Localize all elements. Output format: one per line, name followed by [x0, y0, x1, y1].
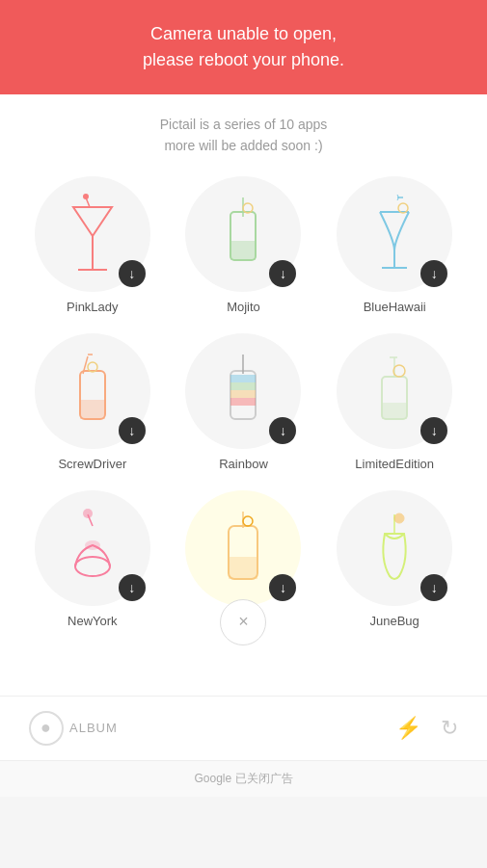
- flash-icon[interactable]: ⚡: [395, 716, 421, 741]
- right-icons: ⚡ ↻: [395, 716, 458, 741]
- download-limitededition[interactable]: ↓: [420, 417, 447, 444]
- app-icon-mojito[interactable]: ↓: [185, 176, 301, 292]
- app-label-screwdriver: ScrewDriver: [58, 457, 126, 471]
- bottom-bar: ● ALBUM ⚡ ↻: [0, 696, 487, 760]
- download-pinklady[interactable]: ↓: [119, 260, 146, 287]
- album-icon: ●: [29, 711, 64, 746]
- app-icon-limitededition[interactable]: ↓: [337, 333, 452, 449]
- svg-rect-20: [230, 398, 256, 406]
- subtitle-line1: Pictail is a series of 10 apps: [10, 114, 477, 135]
- svg-point-28: [393, 365, 405, 377]
- album-label[interactable]: ALBUM: [69, 721, 118, 735]
- list-item: ↓ Rainbow: [171, 333, 317, 471]
- svg-point-31: [85, 540, 100, 550]
- download-bluehawaii[interactable]: ↓: [420, 260, 447, 287]
- app-label-rainbow: Rainbow: [219, 457, 268, 471]
- app-label-bluehawaii: BlueHawaii: [364, 300, 426, 314]
- svg-rect-26: [382, 403, 407, 419]
- error-banner: Camera unable to open, please reboot you…: [0, 0, 487, 94]
- app-icon-screwdriver[interactable]: ↓: [35, 333, 150, 449]
- app-icon-newyork[interactable]: ↓: [35, 490, 150, 606]
- svg-point-37: [243, 516, 253, 526]
- list-item: ↓ BlueHawaii: [321, 176, 468, 314]
- app-label-limitededition: LimitedEdition: [355, 457, 434, 471]
- download-junebug[interactable]: ↓: [420, 574, 447, 601]
- app-icon-junebug[interactable]: ↓: [337, 490, 452, 606]
- error-line2: please reboot your phone.: [19, 47, 468, 73]
- ad-text: Google 已关闭广告: [194, 772, 292, 785]
- app-icon-bluehawaii[interactable]: ↓: [337, 176, 452, 292]
- download-newyork[interactable]: ↓: [119, 574, 146, 601]
- svg-rect-23: [230, 375, 256, 382]
- svg-point-33: [83, 509, 93, 518]
- ad-banner: Google 已关闭广告: [0, 760, 487, 797]
- app-icon-rainbow[interactable]: ↓: [185, 333, 301, 449]
- app-icon-pinklady[interactable]: ↓: [35, 176, 150, 292]
- list-item: ↓ Retro ×: [171, 490, 317, 628]
- list-item: ↓ NewYork: [19, 490, 166, 628]
- list-item: ↓ PinkLady: [19, 176, 166, 314]
- svg-point-30: [75, 557, 110, 576]
- app-label-mojito: Mojito: [227, 300, 260, 314]
- list-item: ↓ JuneBug: [321, 490, 468, 628]
- main-content: Pictail is a series of 10 apps more will…: [0, 94, 487, 696]
- app-label-pinklady: PinkLady: [67, 300, 118, 314]
- subtitle-line2: more will be added soon :): [10, 135, 477, 156]
- download-screwdriver[interactable]: ↓: [119, 417, 146, 444]
- download-mojito[interactable]: ↓: [269, 260, 296, 287]
- app-label-newyork: NewYork: [68, 614, 118, 628]
- svg-point-4: [83, 194, 89, 199]
- svg-point-39: [394, 513, 404, 523]
- svg-marker-2: [73, 207, 112, 236]
- list-item: ↓ ScrewDriver: [19, 333, 166, 471]
- download-retro[interactable]: ↓: [269, 574, 296, 601]
- app-label-junebug: JuneBug: [370, 614, 419, 628]
- list-item: ↓ LimitedEdition: [321, 333, 468, 471]
- album-section[interactable]: ● ALBUM: [29, 711, 118, 746]
- svg-rect-35: [229, 557, 257, 579]
- svg-rect-22: [230, 382, 256, 390]
- svg-rect-21: [230, 390, 256, 398]
- close-retro-button[interactable]: ×: [220, 599, 266, 645]
- camera-flip-icon[interactable]: ↻: [441, 716, 458, 741]
- download-rainbow[interactable]: ↓: [269, 417, 296, 444]
- error-line1: Camera unable to open,: [19, 21, 468, 47]
- app-icon-retro[interactable]: ↓: [185, 490, 301, 606]
- svg-rect-6: [230, 241, 256, 260]
- subtitle: Pictail is a series of 10 apps more will…: [10, 114, 477, 157]
- svg-rect-15: [80, 400, 105, 419]
- list-item: ↓ Mojito: [171, 176, 317, 314]
- app-grid: ↓ PinkLady ↓ Mojito: [10, 176, 477, 638]
